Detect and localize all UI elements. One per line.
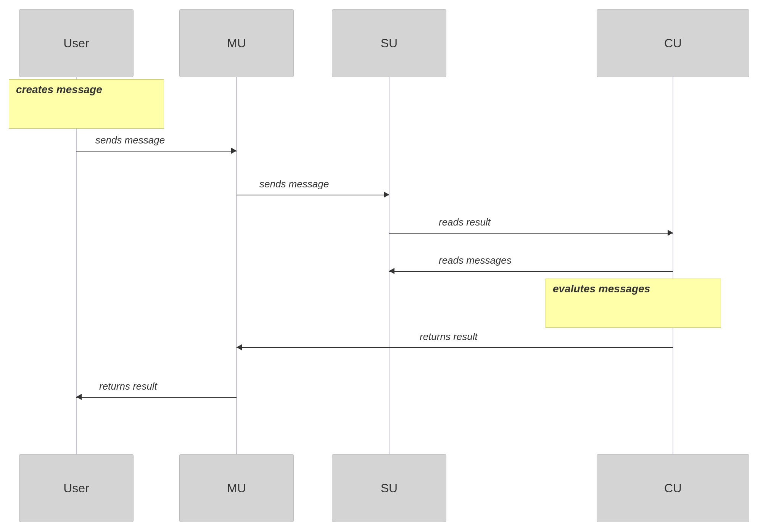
reads-messages-line [389,271,673,272]
creates-message-note: creates message [9,79,164,129]
returns-result-2-line [76,397,237,398]
top-actor-user: User [19,9,134,77]
reads-messages-label: reads messages [439,255,512,266]
cu-lifeline [673,77,673,454]
returns-result-2-head [76,394,82,400]
sends-message-2-head [384,192,389,198]
sends-message-1-line [76,151,237,152]
sends-message-1-label: sends message [95,134,165,146]
returns-result-1-head [237,344,242,350]
reads-result-line [389,233,673,234]
sequence-diagram: User MU SU CU creates message sends mess… [0,0,763,532]
evaluates-messages-note: evalutes messages [546,279,721,328]
top-actor-cu: CU [597,9,749,77]
reads-result-head [668,230,673,236]
sends-message-1-head [231,148,237,154]
bottom-actor-mu: MU [179,454,294,522]
bottom-actor-cu: CU [597,454,749,522]
reads-result-label: reads result [439,216,491,228]
top-actor-su: SU [332,9,446,77]
top-actor-mu: MU [179,9,294,77]
sends-message-2-line [237,195,389,195]
returns-result-2-label: returns result [99,380,157,392]
su-lifeline [389,77,390,454]
returns-result-1-line [237,347,673,348]
bottom-actor-su: SU [332,454,446,522]
reads-messages-head [389,268,394,274]
sends-message-2-label: sends message [259,178,329,190]
bottom-actor-user: User [19,454,134,522]
returns-result-1-label: returns result [420,331,478,343]
